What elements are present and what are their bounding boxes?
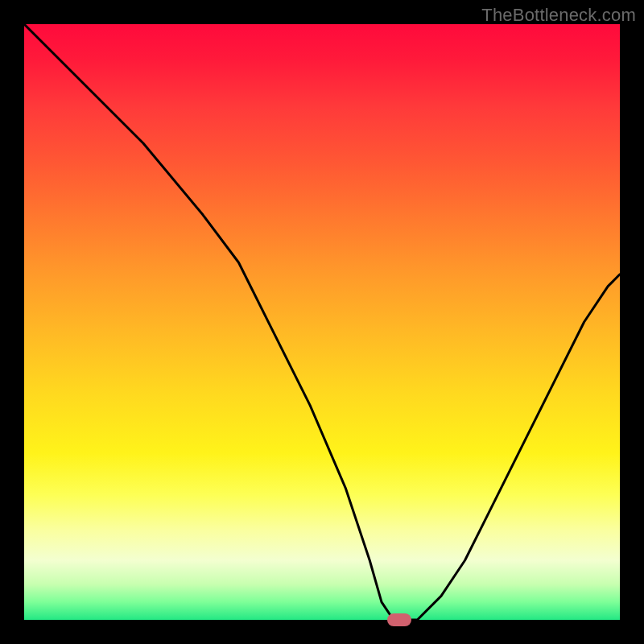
chart-frame: TheBottleneck.com xyxy=(0,0,644,644)
curve-path xyxy=(24,24,620,620)
bottleneck-curve xyxy=(24,24,620,620)
watermark-text: TheBottleneck.com xyxy=(481,5,636,26)
optimal-marker xyxy=(387,613,411,626)
